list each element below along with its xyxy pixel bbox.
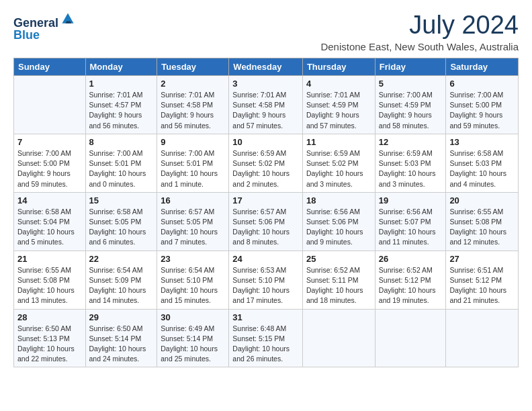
cell-info: Sunrise: 7:00 AMSunset: 5:00 PMDaylight:…	[17, 148, 82, 189]
cell-info: Sunrise: 6:52 AMSunset: 5:11 PMDaylight:…	[306, 265, 371, 306]
calendar-cell	[375, 309, 446, 367]
calendar-cell: 10Sunrise: 6:59 AMSunset: 5:02 PMDayligh…	[229, 134, 303, 192]
day-number: 13	[449, 137, 515, 147]
calendar-cell: 17Sunrise: 6:57 AMSunset: 5:06 PMDayligh…	[229, 192, 303, 250]
cell-info: Sunrise: 6:58 AMSunset: 5:04 PMDaylight:…	[17, 207, 82, 248]
day-number: 19	[379, 195, 443, 205]
day-number: 1	[89, 79, 154, 89]
day-number: 21	[17, 254, 82, 264]
weekday-header: Wednesday	[229, 58, 303, 76]
cell-info: Sunrise: 6:52 AMSunset: 5:12 PMDaylight:…	[379, 265, 443, 306]
calendar-cell	[302, 309, 375, 367]
day-number: 9	[161, 137, 225, 147]
weekday-header: Friday	[375, 58, 446, 76]
day-number: 18	[306, 195, 371, 205]
day-number: 3	[232, 79, 299, 89]
calendar-cell: 3Sunrise: 7:01 AMSunset: 4:58 PMDaylight…	[229, 76, 303, 134]
calendar-week-row: 14Sunrise: 6:58 AMSunset: 5:04 PMDayligh…	[14, 192, 519, 250]
day-number: 6	[449, 79, 515, 89]
page-header: General Blue July 2024 Denistone East, N…	[13, 11, 519, 52]
cell-info: Sunrise: 6:53 AMSunset: 5:10 PMDaylight:…	[232, 265, 299, 306]
logo-icon	[60, 11, 76, 27]
calendar-cell: 13Sunrise: 6:58 AMSunset: 5:03 PMDayligh…	[446, 134, 519, 192]
cell-info: Sunrise: 6:59 AMSunset: 5:02 PMDaylight:…	[306, 148, 371, 189]
calendar-cell: 5Sunrise: 7:00 AMSunset: 4:59 PMDaylight…	[375, 76, 446, 134]
calendar-cell: 31Sunrise: 6:48 AMSunset: 5:15 PMDayligh…	[229, 309, 303, 367]
day-number: 7	[17, 137, 82, 147]
calendar-cell: 28Sunrise: 6:50 AMSunset: 5:13 PMDayligh…	[14, 309, 86, 367]
calendar-cell: 22Sunrise: 6:54 AMSunset: 5:09 PMDayligh…	[85, 250, 157, 309]
calendar-cell: 27Sunrise: 6:51 AMSunset: 5:12 PMDayligh…	[446, 250, 519, 309]
cell-info: Sunrise: 6:49 AMSunset: 5:14 PMDaylight:…	[161, 324, 225, 365]
cell-info: Sunrise: 6:51 AMSunset: 5:12 PMDaylight:…	[449, 265, 515, 306]
calendar-cell: 14Sunrise: 6:58 AMSunset: 5:04 PMDayligh…	[14, 192, 86, 250]
cell-info: Sunrise: 7:00 AMSunset: 5:00 PMDaylight:…	[449, 90, 515, 131]
cell-info: Sunrise: 7:00 AMSunset: 5:01 PMDaylight:…	[161, 148, 225, 189]
calendar-cell: 2Sunrise: 7:01 AMSunset: 4:58 PMDaylight…	[157, 76, 229, 134]
calendar-cell: 4Sunrise: 7:01 AMSunset: 4:59 PMDaylight…	[302, 76, 375, 134]
cell-info: Sunrise: 7:00 AMSunset: 5:01 PMDaylight:…	[89, 148, 154, 189]
day-number: 24	[232, 254, 299, 264]
cell-info: Sunrise: 6:50 AMSunset: 5:14 PMDaylight:…	[89, 324, 154, 365]
cell-info: Sunrise: 7:01 AMSunset: 4:58 PMDaylight:…	[232, 90, 299, 131]
calendar-cell: 18Sunrise: 6:56 AMSunset: 5:06 PMDayligh…	[302, 192, 375, 250]
calendar-cell: 9Sunrise: 7:00 AMSunset: 5:01 PMDaylight…	[157, 134, 229, 192]
cell-info: Sunrise: 6:56 AMSunset: 5:06 PMDaylight:…	[306, 207, 371, 248]
day-number: 23	[161, 254, 225, 264]
day-number: 29	[89, 312, 154, 322]
calendar-table: SundayMondayTuesdayWednesdayThursdayFrid…	[13, 58, 519, 367]
calendar-cell: 29Sunrise: 6:50 AMSunset: 5:14 PMDayligh…	[85, 309, 157, 367]
calendar-cell	[14, 76, 86, 134]
calendar-cell: 16Sunrise: 6:57 AMSunset: 5:05 PMDayligh…	[157, 192, 229, 250]
day-number: 27	[449, 254, 515, 264]
weekday-header: Sunday	[14, 58, 86, 76]
logo: General Blue	[13, 11, 76, 42]
cell-info: Sunrise: 6:50 AMSunset: 5:13 PMDaylight:…	[17, 324, 82, 365]
day-number: 25	[306, 254, 371, 264]
day-number: 26	[379, 254, 443, 264]
cell-info: Sunrise: 6:55 AMSunset: 5:08 PMDaylight:…	[449, 207, 515, 248]
cell-info: Sunrise: 7:01 AMSunset: 4:58 PMDaylight:…	[161, 90, 225, 131]
calendar-cell: 30Sunrise: 6:49 AMSunset: 5:14 PMDayligh…	[157, 309, 229, 367]
calendar-cell: 23Sunrise: 6:54 AMSunset: 5:10 PMDayligh…	[157, 250, 229, 309]
day-number: 5	[379, 79, 443, 89]
location: Denistone East, New South Wales, Austral…	[320, 41, 519, 52]
day-number: 4	[306, 79, 371, 89]
month-title: July 2024	[320, 11, 519, 40]
cell-info: Sunrise: 6:54 AMSunset: 5:10 PMDaylight:…	[161, 265, 225, 306]
title-block: July 2024 Denistone East, New South Wale…	[320, 11, 519, 52]
calendar-week-row: 28Sunrise: 6:50 AMSunset: 5:13 PMDayligh…	[14, 309, 519, 367]
cell-info: Sunrise: 6:59 AMSunset: 5:02 PMDaylight:…	[232, 148, 299, 189]
calendar-cell	[446, 309, 519, 367]
calendar-week-row: 21Sunrise: 6:55 AMSunset: 5:08 PMDayligh…	[14, 250, 519, 309]
day-number: 28	[17, 312, 82, 322]
day-number: 14	[17, 195, 82, 205]
cell-info: Sunrise: 6:54 AMSunset: 5:09 PMDaylight:…	[89, 265, 154, 306]
cell-info: Sunrise: 6:55 AMSunset: 5:08 PMDaylight:…	[17, 265, 82, 306]
calendar-cell: 12Sunrise: 6:59 AMSunset: 5:03 PMDayligh…	[375, 134, 446, 192]
page-container: General Blue July 2024 Denistone East, N…	[0, 0, 532, 378]
calendar-header-row: SundayMondayTuesdayWednesdayThursdayFrid…	[14, 58, 519, 76]
day-number: 12	[379, 137, 443, 147]
calendar-cell: 24Sunrise: 6:53 AMSunset: 5:10 PMDayligh…	[229, 250, 303, 309]
cell-info: Sunrise: 6:58 AMSunset: 5:03 PMDaylight:…	[449, 148, 515, 189]
calendar-cell: 20Sunrise: 6:55 AMSunset: 5:08 PMDayligh…	[446, 192, 519, 250]
calendar-cell: 26Sunrise: 6:52 AMSunset: 5:12 PMDayligh…	[375, 250, 446, 309]
day-number: 2	[161, 79, 225, 89]
calendar-cell: 15Sunrise: 6:58 AMSunset: 5:05 PMDayligh…	[85, 192, 157, 250]
calendar-week-row: 7Sunrise: 7:00 AMSunset: 5:00 PMDaylight…	[14, 134, 519, 192]
cell-info: Sunrise: 6:57 AMSunset: 5:05 PMDaylight:…	[161, 207, 225, 248]
day-number: 11	[306, 137, 371, 147]
cell-info: Sunrise: 6:57 AMSunset: 5:06 PMDaylight:…	[232, 207, 299, 248]
weekday-header: Saturday	[446, 58, 519, 76]
day-number: 15	[89, 195, 154, 205]
day-number: 31	[232, 312, 299, 322]
day-number: 20	[449, 195, 515, 205]
cell-info: Sunrise: 6:58 AMSunset: 5:05 PMDaylight:…	[89, 207, 154, 248]
day-number: 8	[89, 137, 154, 147]
day-number: 22	[89, 254, 154, 264]
calendar-week-row: 1Sunrise: 7:01 AMSunset: 4:57 PMDaylight…	[14, 76, 519, 134]
day-number: 17	[232, 195, 299, 205]
calendar-cell: 21Sunrise: 6:55 AMSunset: 5:08 PMDayligh…	[14, 250, 86, 309]
calendar-cell: 8Sunrise: 7:00 AMSunset: 5:01 PMDaylight…	[85, 134, 157, 192]
